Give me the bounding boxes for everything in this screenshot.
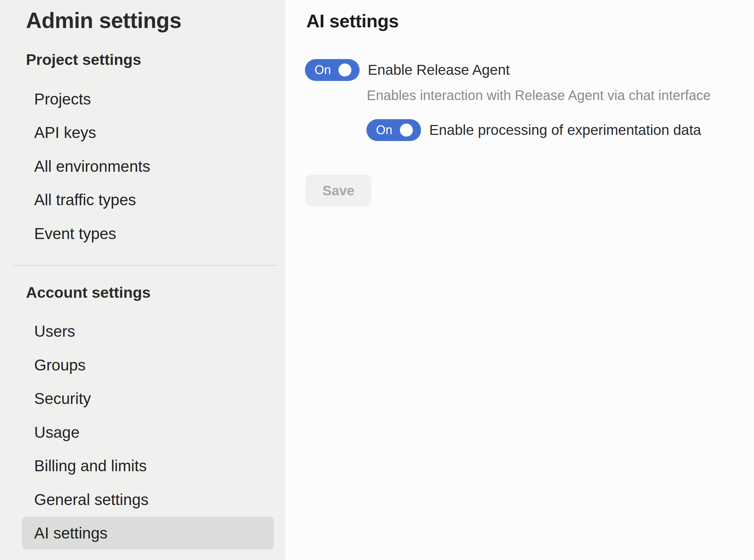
sidebar-item-label: AI settings [34, 524, 108, 542]
sidebar-item-ai-settings-selected[interactable]: AI settings [22, 517, 274, 549]
sidebar-item-users[interactable]: Users [0, 314, 285, 348]
sidebar-item-api-keys[interactable]: API keys [0, 115, 285, 150]
save-button[interactable]: Save [306, 175, 371, 206]
sidebar-item-label: All traffic types [34, 191, 136, 209]
toggle-state-label: On [376, 124, 392, 136]
enable-release-agent-toggle[interactable]: On [305, 59, 360, 81]
sidebar-item-label: All environments [34, 157, 150, 176]
sidebar-section-divider [13, 265, 278, 266]
sidebar-item-label: Security [34, 389, 91, 408]
sidebar-item-label: Groups [34, 356, 86, 374]
sidebar-title: Admin settings [26, 8, 181, 33]
page-title: AI settings [306, 10, 399, 31]
toggle-knob-icon [400, 124, 413, 137]
sidebar-item-security[interactable]: Security [0, 381, 285, 416]
sidebar-item-label: General settings [34, 490, 149, 509]
experimentation-data-toggle-row: On Enable processing of experimentation … [366, 119, 701, 141]
admin-settings-sidebar: Admin settings Project settings Projects… [0, 0, 285, 560]
toggle-knob-icon [338, 64, 351, 76]
sidebar-item-label: Projects [34, 90, 91, 108]
sidebar-item-projects[interactable]: Projects [0, 82, 285, 116]
toggle-state-label: On [315, 64, 331, 76]
sidebar-item-general-settings[interactable]: General settings [0, 482, 285, 517]
toggle-label: Enable Release Agent [368, 62, 510, 78]
sidebar-item-usage[interactable]: Usage [0, 415, 285, 449]
sidebar-item-label: Users [34, 322, 75, 340]
section-label-project-settings: Project settings [26, 51, 141, 69]
sidebar-item-event-types[interactable]: Event types [0, 216, 285, 251]
sidebar-item-label: Event types [34, 224, 116, 243]
ai-settings-panel: AI settings On Enable Release Agent Enab… [285, 0, 754, 560]
sidebar-item-label: Billing and limits [34, 457, 147, 475]
sidebar-item-all-environments[interactable]: All environments [0, 149, 285, 183]
release-agent-description: Enables interaction with Release Agent v… [367, 87, 711, 103]
release-agent-toggle-row: On Enable Release Agent [305, 59, 510, 81]
enable-experimentation-data-toggle[interactable]: On [366, 119, 421, 141]
sidebar-item-label: API keys [34, 123, 96, 142]
sidebar-item-groups[interactable]: Groups [0, 348, 285, 382]
section-label-account-settings: Account settings [26, 284, 151, 302]
toggle-label: Enable processing of experimentation dat… [429, 122, 701, 138]
sidebar-item-label: Usage [34, 423, 80, 442]
sidebar-item-all-traffic-types[interactable]: All traffic types [0, 183, 285, 217]
sidebar-item-billing-and-limits[interactable]: Billing and limits [0, 449, 285, 483]
